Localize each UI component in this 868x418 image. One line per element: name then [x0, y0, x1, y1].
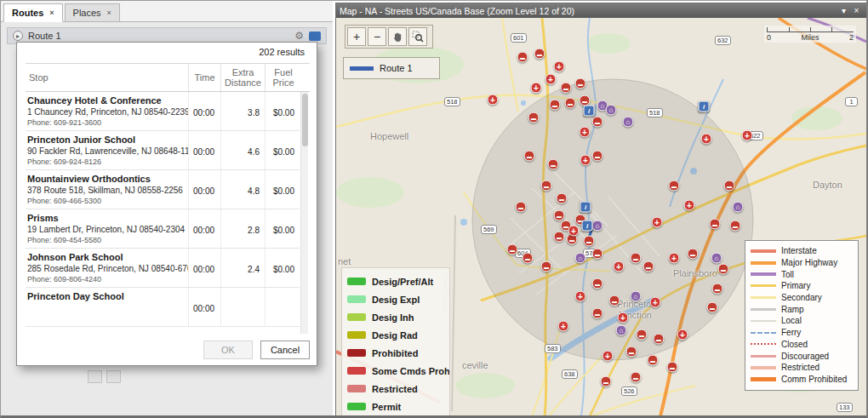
lodging-marker[interactable]: ⌂	[733, 202, 744, 213]
restricted-marker[interactable]: ▬	[730, 220, 741, 232]
aid-marker[interactable]: +	[580, 155, 591, 166]
restricted-marker[interactable]: ▬	[710, 219, 721, 230]
restricted-marker[interactable]: ▬	[707, 302, 718, 313]
restricted-marker[interactable]: ▬	[523, 253, 534, 264]
stops-scrollbar[interactable]	[300, 92, 308, 334]
restricted-marker[interactable]: ▬	[724, 180, 735, 192]
aid-marker[interactable]: +	[580, 127, 591, 138]
table-row[interactable]: Princeton Day School00:00	[26, 288, 300, 327]
restricted-marker[interactable]: ▬	[561, 83, 572, 94]
restricted-marker[interactable]: ▬	[565, 98, 576, 109]
restricted-marker[interactable]: ▬	[637, 329, 648, 341]
restricted-marker[interactable]: ▬	[575, 78, 586, 89]
lodging-marker[interactable]: ⌂	[623, 117, 634, 128]
restricted-marker[interactable]: ▬	[516, 202, 527, 213]
legend-line-swatch	[751, 377, 776, 381]
aid-marker[interactable]: +	[575, 291, 586, 302]
zoom-box-button[interactable]	[408, 27, 427, 46]
tab-close-icon[interactable]: ×	[107, 9, 111, 17]
restricted-marker[interactable]: ▬	[507, 244, 518, 255]
lodging-marker[interactable]: ⌂	[606, 105, 617, 116]
restricted-marker[interactable]: ▬	[631, 372, 642, 383]
restricted-marker[interactable]: ▬	[541, 180, 552, 192]
restricted-marker[interactable]: ▬	[554, 232, 565, 243]
pin-icon[interactable]: ▾	[837, 6, 850, 15]
table-row[interactable]: Prisms19 Lambert Dr, Princeton, NJ 08540…	[26, 209, 300, 249]
restricted-marker[interactable]: ▬	[648, 355, 659, 366]
ok-button[interactable]: OK	[203, 341, 253, 359]
aid-marker[interactable]: +	[531, 83, 542, 94]
tab-routes[interactable]: Routes×	[3, 3, 63, 22]
aid-marker[interactable]: +	[742, 130, 753, 141]
restricted-marker[interactable]: ▬	[592, 151, 603, 162]
background-button[interactable]	[106, 370, 121, 383]
info-marker[interactable]: i	[580, 202, 591, 213]
lodging-marker[interactable]: ⌂	[711, 253, 722, 264]
aid-marker[interactable]: +	[684, 200, 695, 211]
table-row[interactable]: Johnson Park School285 Rosedale Rd, Prin…	[26, 249, 300, 288]
aid-marker[interactable]: +	[652, 217, 663, 228]
aid-marker[interactable]: +	[677, 329, 688, 341]
info-marker[interactable]: i	[699, 101, 710, 112]
restricted-marker[interactable]: ▬	[550, 100, 561, 111]
aid-marker[interactable]: +	[669, 253, 680, 264]
cancel-button[interactable]: Cancel	[260, 341, 310, 359]
restricted-marker[interactable]: ▬	[528, 112, 540, 123]
table-row[interactable]: Mountainview Orthodontics378 Route 518, …	[26, 170, 300, 209]
restricted-marker[interactable]: ▬	[534, 49, 545, 60]
restricted-marker[interactable]: ▬	[712, 283, 723, 295]
restricted-marker[interactable]: ▬	[654, 334, 665, 345]
restricted-marker[interactable]: ▬	[601, 376, 612, 387]
restricted-marker[interactable]: ▬	[541, 261, 552, 272]
zoom-out-button[interactable]: −	[368, 27, 386, 46]
restricted-marker[interactable]: ▬	[718, 264, 729, 275]
restricted-marker[interactable]: ▬	[688, 249, 699, 260]
info-marker[interactable]: i	[584, 106, 595, 117]
aid-marker[interactable]: +	[614, 261, 625, 272]
map-area[interactable]: + − Route 1	[336, 18, 866, 416]
restricted-marker[interactable]: ▬	[548, 159, 559, 170]
zoom-in-button[interactable]: +	[347, 27, 366, 46]
tab-close-icon[interactable]: ×	[49, 9, 54, 17]
restricted-marker[interactable]: ▬	[554, 210, 565, 221]
restricted-marker[interactable]: ▬	[609, 295, 620, 306]
scrollbar-thumb[interactable]	[302, 94, 308, 146]
restricted-marker[interactable]: ▬	[592, 117, 603, 128]
aid-marker[interactable]: +	[488, 94, 499, 106]
background-button[interactable]	[88, 370, 102, 383]
aid-marker[interactable]: +	[558, 321, 569, 332]
lodging-marker[interactable]: ⌂	[616, 325, 627, 336]
table-row[interactable]: Princeton Junior School90 Fackler Rd, La…	[26, 131, 300, 170]
lodging-marker[interactable]: ⌂	[575, 253, 586, 264]
aid-marker[interactable]: +	[650, 297, 661, 308]
lodging-marker[interactable]: ⌂	[631, 291, 642, 302]
restricted-marker[interactable]: ▬	[584, 236, 595, 247]
lodging-marker[interactable]: ⌂	[592, 220, 603, 232]
aid-marker[interactable]: +	[554, 61, 565, 72]
aid-marker[interactable]: +	[568, 226, 580, 237]
restricted-marker[interactable]: ▬	[626, 346, 637, 358]
restricted-marker[interactable]: ▬	[667, 362, 678, 373]
tab-places[interactable]: Places×	[65, 3, 120, 21]
restricted-marker[interactable]: ▬	[643, 261, 654, 272]
restricted-marker[interactable]: ▬	[669, 180, 680, 192]
restricted-marker[interactable]: ▬	[524, 151, 535, 162]
pan-tool-button[interactable]	[388, 27, 407, 46]
close-icon[interactable]: ×	[850, 6, 863, 15]
restricted-marker[interactable]: ▬	[592, 308, 603, 319]
restricted-marker[interactable]: ▬	[592, 278, 603, 289]
expander-icon[interactable]: ▸	[13, 31, 23, 41]
restricted-marker[interactable]: ▬	[557, 193, 568, 204]
restricted-marker[interactable]: ▬	[592, 249, 603, 260]
map-route-icon[interactable]	[309, 31, 321, 41]
aid-marker[interactable]: +	[602, 351, 614, 362]
restricted-marker[interactable]: ▬	[517, 52, 528, 63]
town-label: ceville	[462, 360, 488, 371]
info-marker[interactable]: i	[582, 220, 593, 232]
aid-marker[interactable]: +	[618, 312, 629, 324]
aid-marker[interactable]: +	[545, 74, 557, 85]
aid-marker[interactable]: +	[701, 134, 712, 145]
restricted-marker[interactable]: ▬	[631, 253, 642, 264]
table-row[interactable]: Chauncey Hotel & Conference1 Chauncey Rd…	[26, 92, 300, 131]
gear-icon[interactable]: ⚙	[294, 30, 304, 42]
